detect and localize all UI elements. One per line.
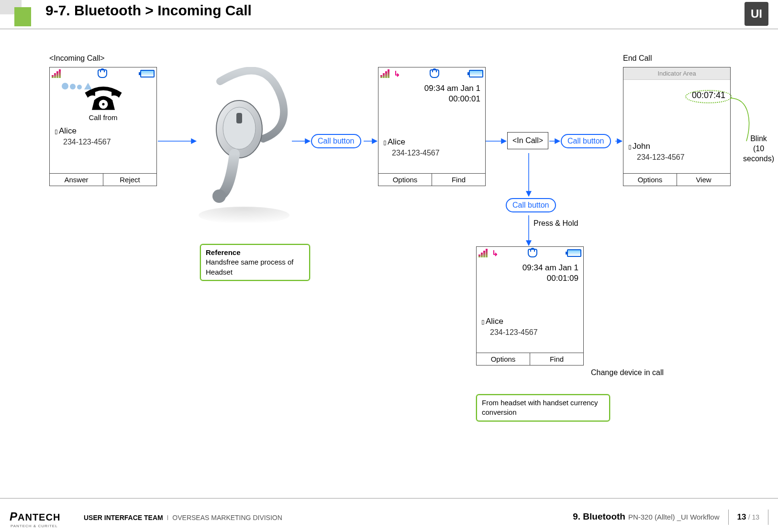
signal-icon — [478, 249, 491, 257]
caller-name: John — [633, 142, 650, 151]
footer-section: 9. Bluetooth — [573, 511, 625, 522]
call-button-pill-2: Call button — [561, 134, 611, 148]
note-reference-title: Reference — [206, 248, 304, 257]
datetime: 09:34 am Jan 1 — [383, 84, 480, 93]
screen-in-call-start: ↳ 09:34 am Jan 1 00:00:01 ▯Alice 234-123… — [378, 67, 486, 186]
screen-end-call: Indicator Area 00:07:41 ▯John 234-123-45… — [623, 67, 731, 186]
caller-number: 234-123-4567 — [63, 138, 152, 146]
footer-page-total: / 13 — [748, 513, 759, 521]
footer-team: USER INTERFACE TEAM I OVERSEAS MARKETING… — [84, 514, 282, 521]
header-rule — [0, 29, 778, 29]
footer-doc: PN-320 (Alltel) _UI Workflow — [628, 513, 720, 521]
note-reference: Reference Handsfree same process of Head… — [200, 244, 310, 281]
ui-logo-icon: UI — [745, 2, 768, 26]
blink-text: Blink — [739, 134, 778, 144]
headset-icon — [528, 249, 537, 257]
datetime: 09:34 am Jan 1 — [481, 263, 578, 273]
blink-label: Blink (10 seconds) — [739, 134, 778, 164]
call-timer: 00:01:09 — [481, 274, 578, 283]
caller-number: 234-123-4567 — [490, 328, 578, 337]
caller-name: Alice — [486, 317, 503, 326]
footer-team-bold: USER INTERFACE TEAM — [84, 514, 163, 521]
note-conversion-body: From headset with handset currency conve… — [482, 398, 604, 418]
header-decor — [0, 0, 36, 26]
bluetooth-active-icon: ↳ — [492, 249, 498, 258]
note-reference-body: Handsfree same process of Headset — [206, 257, 304, 277]
footer-page-current: 13 — [737, 512, 746, 521]
softkey-options[interactable]: Options — [477, 353, 530, 365]
battery-icon — [567, 249, 581, 257]
svg-point-13 — [212, 189, 226, 203]
screen-incoming-call: Call from ▯Alice 234-123-4567 Answer Rej… — [49, 67, 157, 186]
signal-icon — [380, 69, 393, 78]
screen-device-change: ↳ 09:34 am Jan 1 00:01:09 ▯Alice 234-123… — [476, 246, 584, 366]
softkey-options[interactable]: Options — [623, 174, 677, 186]
svg-point-14 — [199, 207, 289, 224]
svg-rect-12 — [236, 113, 242, 123]
caller-name: Alice — [59, 126, 77, 135]
call-button-pill-3: Call button — [506, 198, 556, 212]
note-conversion: From headset with handset currency conve… — [476, 394, 610, 421]
page-title: 9-7. Bluetooth > Incoming Call — [45, 2, 252, 19]
battery-icon — [469, 70, 483, 78]
label-end-call: End Call — [623, 54, 652, 63]
status-bar — [50, 67, 156, 80]
signal-icon — [52, 69, 64, 78]
status-bar: ↳ — [378, 67, 485, 80]
softkey-view[interactable]: View — [677, 174, 730, 186]
headset-icon — [98, 69, 107, 78]
footer-brand: PANTECH — [10, 510, 60, 523]
contact-icon: ▯ — [383, 139, 387, 146]
footer-right: 9. Bluetooth PN-320 (Alltel) _UI Workflo… — [573, 510, 768, 525]
page-header: 9-7. Bluetooth > Incoming Call UI — [0, 0, 778, 31]
label-press-hold: Press & Hold — [533, 219, 578, 228]
status-bar: ↳ — [477, 247, 583, 259]
contact-icon: ▯ — [55, 128, 58, 135]
footer-page: 13 / 13 — [728, 510, 768, 525]
battery-icon — [140, 70, 155, 78]
bluetooth-active-icon: ↳ — [394, 69, 400, 78]
label-incoming-call: <Incoming Call> — [49, 54, 105, 63]
softkey-options[interactable]: Options — [378, 174, 432, 186]
contact-icon: ▯ — [481, 319, 485, 325]
blink-duration: (10 seconds) — [739, 144, 778, 164]
page-footer: PANTECH PANTECH & CURITEL USER INTERFACE… — [0, 499, 778, 532]
softkey-find[interactable]: Find — [432, 174, 485, 186]
softkey-answer[interactable]: Answer — [50, 174, 103, 186]
indicator-area: Indicator Area — [623, 67, 730, 80]
softkey-reject[interactable]: Reject — [103, 174, 156, 186]
bluetooth-headset-image — [191, 67, 297, 225]
call-button-pill-1: Call button — [311, 134, 361, 148]
call-timer: 00:00:01 — [383, 94, 480, 104]
call-timer: 00:07:41 — [628, 90, 725, 100]
footer-team-light: OVERSEAS MARKETING DIVISION — [172, 514, 282, 521]
headset-icon — [430, 69, 439, 78]
ringing-dots-icon — [62, 83, 93, 91]
svg-point-9 — [102, 103, 104, 105]
caller-number: 234-123-4567 — [392, 149, 480, 157]
softkey-find[interactable]: Find — [530, 353, 583, 365]
caller-name: Alice — [388, 137, 405, 146]
state-in-call: <In Call> — [507, 132, 548, 149]
contact-icon: ▯ — [628, 144, 632, 150]
footer-brand-sub: PANTECH & CURITEL — [11, 524, 58, 528]
caller-number: 234-123-4567 — [637, 153, 725, 162]
call-from-label: Call from — [55, 113, 152, 122]
label-change-device: Change device in call — [591, 368, 664, 377]
